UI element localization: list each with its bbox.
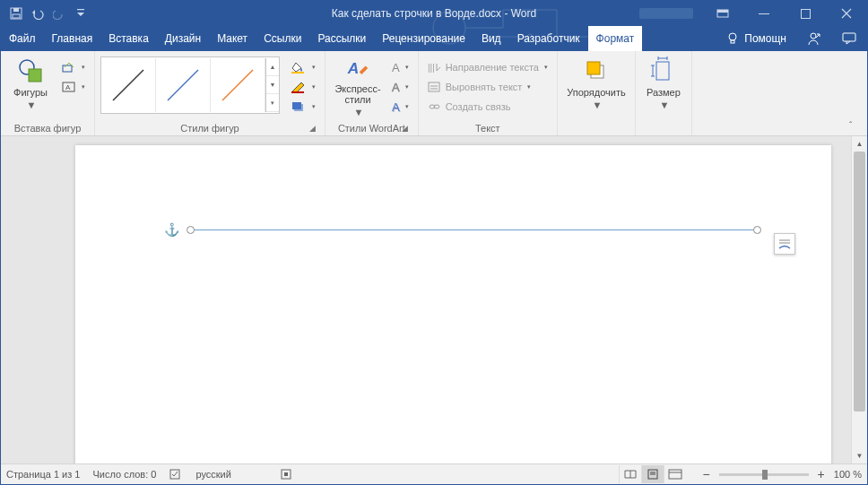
lightbulb-icon [726,32,739,45]
svg-line-21 [168,70,198,100]
zoom-out-button[interactable]: − [699,467,713,481]
svg-rect-23 [291,72,304,74]
view-buttons [619,465,686,483]
tab-view[interactable]: Вид [473,26,509,51]
group-arrange: Упорядочить ▼ [558,51,636,135]
text-direction-button[interactable]: |||Направление текста▾ [424,58,551,76]
tab-review[interactable]: Рецензирование [374,26,473,51]
layout-options-button[interactable] [774,233,795,255]
maximize-button[interactable] [785,1,826,26]
svg-rect-10 [801,9,810,18]
macro-button[interactable] [280,468,292,481]
tab-references[interactable]: Ссылки [256,26,309,51]
gallery-scroll[interactable]: ▲▼▾ [265,58,279,112]
svg-text:A: A [65,83,71,91]
tab-insert[interactable]: Вставка [100,26,157,51]
scroll-down-button[interactable]: ▼ [852,448,867,463]
arrange-icon [582,56,611,85]
svg-rect-16 [29,69,41,82]
print-layout-button[interactable] [641,465,664,483]
dialog-launcher-icon[interactable]: ◢ [307,124,317,134]
tab-format[interactable]: Формат [588,26,643,51]
resize-handle-end[interactable] [753,226,761,234]
spellcheck-button[interactable] [169,468,183,481]
text-effects-button[interactable]: A▾ [388,98,412,116]
svg-rect-2 [13,14,20,18]
scroll-up-button[interactable]: ▲ [852,136,867,152]
size-button[interactable]: Размер ▼ [641,55,686,117]
tell-me-button[interactable]: Помощн [717,26,795,51]
tab-file[interactable]: Файл [1,26,44,51]
ribbon-display-button[interactable] [702,1,743,26]
style-preset-1[interactable] [101,58,156,112]
shapes-icon [16,56,45,85]
vertical-scrollbar[interactable]: ▲ ▼ [851,136,867,463]
text-fill-button[interactable]: A▾ [388,58,412,76]
title-bar: Как сделать строчки в Ворде.docx - Word [1,1,867,26]
save-button[interactable] [6,4,26,23]
svg-line-22 [222,70,253,100]
word-count[interactable]: Число слов: 0 [92,469,156,480]
svg-rect-12 [731,40,734,43]
close-button[interactable] [826,1,867,26]
collapse-ribbon-button[interactable]: ˆ [849,121,862,134]
style-preset-2[interactable] [156,58,211,112]
document-area: ⚓ ▲ ▼ [1,136,867,463]
zoom-control: − + 100 % [699,467,862,481]
resize-handle-start[interactable] [187,226,195,234]
shapes-gallery-button[interactable]: Фигуры ▼ [6,55,55,117]
svg-rect-35 [587,62,600,74]
svg-text:|||: ||| [428,63,435,73]
shape-fill-button[interactable]: ▾ [287,58,319,76]
language-indicator[interactable]: русский [195,469,230,480]
redo-button[interactable] [49,4,69,23]
svg-rect-29 [429,82,439,91]
edit-shape-button[interactable]: ▾ [58,58,89,76]
style-preset-3[interactable] [211,58,265,112]
page-scroll[interactable]: ⚓ [1,136,851,463]
share-button[interactable] [795,26,831,51]
svg-rect-36 [656,62,669,80]
svg-rect-1 [13,8,19,12]
svg-point-13 [811,33,816,39]
quick-styles-button[interactable]: A Экспресс-стили ▼ [331,55,385,117]
zoom-slider-thumb[interactable] [762,470,768,480]
shape-style-gallery[interactable]: ▲▼▾ [100,56,280,114]
arrange-button[interactable]: Упорядочить ▼ [563,55,629,117]
svg-rect-9 [759,13,769,14]
tab-developer[interactable]: Разработчик [509,26,588,51]
group-label: Вставка фигур [6,121,89,135]
group-insert-shapes: Фигуры ▼ ▾ A▾ Вставка фигур [1,51,95,135]
tab-design[interactable]: Дизайн [157,26,209,51]
tab-home[interactable]: Главная [44,26,101,51]
selected-line-shape[interactable] [190,230,757,230]
qat-customize-button[interactable] [71,4,91,23]
minimize-button[interactable] [743,1,785,26]
zoom-level[interactable]: 100 % [834,469,862,480]
tab-layout[interactable]: Макет [209,26,256,51]
svg-rect-14 [843,33,855,41]
read-mode-button[interactable] [619,465,641,483]
scroll-thumb[interactable] [854,152,865,411]
text-box-button[interactable]: A▾ [58,78,89,96]
svg-rect-17 [63,65,72,72]
account-placeholder[interactable] [630,1,702,26]
svg-rect-24 [291,91,304,93]
create-link-button[interactable]: Создать связь [424,98,551,116]
align-text-button[interactable]: Выровнять текст▾ [424,78,551,96]
dialog-launcher-icon[interactable]: ◢ [400,124,411,134]
shape-effects-button[interactable]: ▾ [287,98,319,116]
zoom-in-button[interactable]: + [814,467,829,481]
zoom-slider[interactable] [719,473,809,476]
svg-rect-26 [292,102,301,109]
page[interactable]: ⚓ [75,145,831,463]
undo-button[interactable] [28,4,48,23]
comments-button[interactable] [831,26,867,51]
group-label: Текст [424,121,551,135]
shape-outline-button[interactable]: ▾ [287,78,319,96]
text-outline-button[interactable]: A▾ [388,78,412,96]
group-size: Размер ▼ [636,51,692,135]
web-layout-button[interactable] [664,465,686,483]
tab-mailings[interactable]: Рассылки [309,26,374,51]
page-indicator[interactable]: Страница 1 из 1 [6,469,80,480]
